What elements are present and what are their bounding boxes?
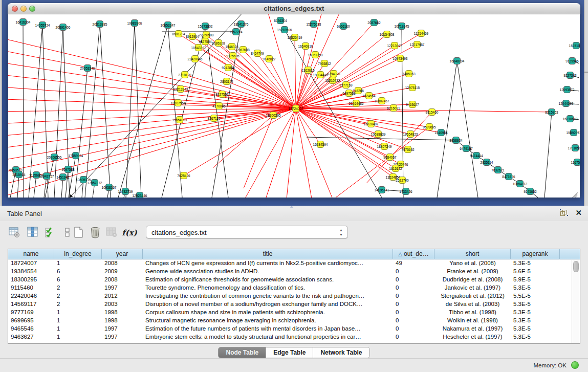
- table-mode-icon[interactable]: [7, 225, 21, 240]
- citation-edge-red[interactable]: [233, 108, 296, 198]
- table-cell[interactable]: 5.3E-5: [511, 284, 560, 292]
- table-cell[interactable]: 0: [393, 333, 434, 341]
- graph-node[interactable]: 7975692: [404, 146, 411, 153]
- graph-node[interactable]: 10543392: [195, 44, 202, 51]
- graph-node[interactable]: 8427552: [219, 91, 226, 98]
- table-cell[interactable]: Nakamura et al. (1997): [434, 325, 511, 333]
- citation-edge-black[interactable]: [457, 61, 478, 198]
- graph-node[interactable]: 9827504: [202, 38, 209, 45]
- graph-node[interactable]: 1640954: [438, 129, 445, 136]
- table-cell[interactable]: Corpus callosum shape and size in male p…: [143, 309, 393, 317]
- citation-edge-red[interactable]: [269, 59, 296, 108]
- graph-node[interactable]: 1362615: [304, 67, 312, 74]
- column-header-name[interactable]: name: [8, 249, 54, 259]
- graph-node[interactable]: 6794028: [330, 70, 337, 77]
- column-header-out_de[interactable]: △out_de…: [393, 249, 434, 259]
- graph-node[interactable]: 8215953: [548, 108, 555, 116]
- table-cell[interactable]: 1: [54, 317, 102, 325]
- column-header-short[interactable]: short: [434, 249, 511, 259]
- graph-node[interactable]: 18807249: [381, 143, 388, 150]
- citation-edge-red[interactable]: [185, 75, 296, 108]
- graph-node[interactable]: 6216091: [390, 104, 397, 112]
- resize-grip[interactable]: [572, 189, 579, 196]
- graph-node[interactable]: 8136304: [277, 17, 284, 24]
- citation-edge-black[interactable]: [54, 27, 63, 198]
- table-cell[interactable]: 2008: [102, 259, 143, 268]
- graph-node[interactable]: 7957224: [232, 28, 239, 35]
- graph-node[interactable]: 18724007: [292, 105, 299, 112]
- graph-node[interactable]: 8267110: [210, 115, 217, 122]
- graph-node[interactable]: 2803144: [223, 78, 230, 85]
- table-cell[interactable]: 19384554: [8, 268, 54, 276]
- graph-node[interactable]: 19218506: [281, 26, 288, 33]
- graph-node[interactable]: 8958924: [452, 137, 460, 144]
- graph-node[interactable]: 9115460: [428, 108, 435, 116]
- graph-node[interactable]: 9242848: [225, 64, 232, 71]
- graph-node[interactable]: 10807467: [378, 97, 385, 104]
- function-builder-icon[interactable]: f(x): [121, 225, 138, 240]
- graph-node[interactable]: 2718120: [181, 71, 188, 78]
- graph-node[interactable]: 10973493: [397, 55, 404, 62]
- citation-edge-black[interactable]: [168, 25, 182, 198]
- graph-node[interactable]: 4170046: [215, 102, 223, 110]
- graph-node[interactable]: 15751074: [573, 42, 580, 49]
- table-cell[interactable]: 18724007: [8, 259, 54, 268]
- graph-node[interactable]: 20053346: [84, 64, 91, 72]
- graph-node[interactable]: 12942757: [43, 172, 50, 180]
- float-panel-icon[interactable]: [560, 210, 568, 217]
- table-cell[interactable]: 9777169: [8, 309, 54, 317]
- table-cell[interactable]: 0: [393, 276, 434, 284]
- table-cell[interactable]: 9463627: [8, 333, 54, 341]
- table-cell[interactable]: Changes of HCN gene expression and I(f) …: [143, 259, 393, 268]
- citation-edge-red[interactable]: [296, 108, 315, 198]
- table-cell[interactable]: 18300295: [8, 276, 54, 284]
- graph-node[interactable]: 12093872: [563, 86, 571, 93]
- graph-node[interactable]: 12217987: [413, 41, 421, 48]
- table-cell[interactable]: 2: [54, 300, 102, 309]
- table-cell[interactable]: 6: [54, 268, 102, 276]
- graph-node[interactable]: 7485063: [405, 70, 412, 77]
- citation-edge-red[interactable]: [285, 108, 296, 198]
- graph-node[interactable]: 7625426: [180, 172, 187, 179]
- graph-node[interactable]: 13524851: [389, 173, 397, 181]
- graph-node[interactable]: 9474444: [473, 152, 480, 159]
- table-row[interactable]: 1456911722003Disruption of a novel membe…: [8, 300, 580, 309]
- citation-edge-red[interactable]: [213, 115, 273, 168]
- graph-node[interactable]: 19654903: [176, 116, 183, 123]
- table-cell[interactable]: 2: [54, 292, 102, 300]
- graph-node[interactable]: 19654923: [407, 130, 414, 138]
- citation-edge-black[interactable]: [42, 25, 48, 198]
- scrollbar-thumb[interactable]: [573, 261, 579, 272]
- table-cell[interactable]: Estimation of the future numbers of pati…: [143, 325, 393, 333]
- table-cell[interactable]: Estimation of significance thresholds fo…: [143, 276, 393, 284]
- table-cell[interactable]: Embryonic stem cells: a model to study s…: [143, 333, 393, 341]
- table-cell[interactable]: 14569117: [8, 300, 54, 309]
- graph-node[interactable]: 9245652: [527, 188, 534, 195]
- graph-node[interactable]: 8454749: [254, 50, 261, 57]
- citation-edge-red[interactable]: [296, 108, 401, 164]
- delete-trash-icon[interactable]: [88, 225, 102, 240]
- graph-node[interactable]: 20206556: [51, 154, 58, 161]
- table-cell[interactable]: 1997: [102, 284, 143, 292]
- graph-node[interactable]: 746266: [355, 87, 362, 94]
- graph-node[interactable]: 11156862: [33, 171, 40, 179]
- graph-node[interactable]: 18300295: [270, 112, 277, 119]
- graph-node[interactable]: 12923446: [136, 192, 143, 198]
- graph-node[interactable]: 8912954: [189, 33, 196, 40]
- citation-edge-red[interactable]: [205, 41, 296, 108]
- table-cell[interactable]: 1998: [102, 317, 143, 325]
- graph-node[interactable]: 2935114: [483, 159, 490, 166]
- graph-node[interactable]: 18210732: [329, 77, 336, 84]
- citation-edge-red[interactable]: [8, 48, 296, 108]
- graph-node[interactable]: 16154808: [383, 31, 390, 38]
- tab-node-table[interactable]: Node Table: [219, 347, 266, 358]
- table-cell[interactable]: 5.9E-5: [511, 276, 560, 284]
- close-panel-icon[interactable]: ✕: [575, 208, 582, 217]
- column-header-year[interactable]: year: [102, 249, 143, 259]
- graph-node[interactable]: 22420046: [191, 55, 199, 62]
- citation-edge-red[interactable]: [8, 108, 296, 188]
- table-cell[interactable]: 2012: [102, 292, 143, 300]
- table-cell[interactable]: 9699695: [8, 317, 54, 325]
- citation-edge-black[interactable]: [118, 25, 168, 198]
- table-cell[interactable]: Genome-wide association studies in ADHD.: [143, 268, 393, 276]
